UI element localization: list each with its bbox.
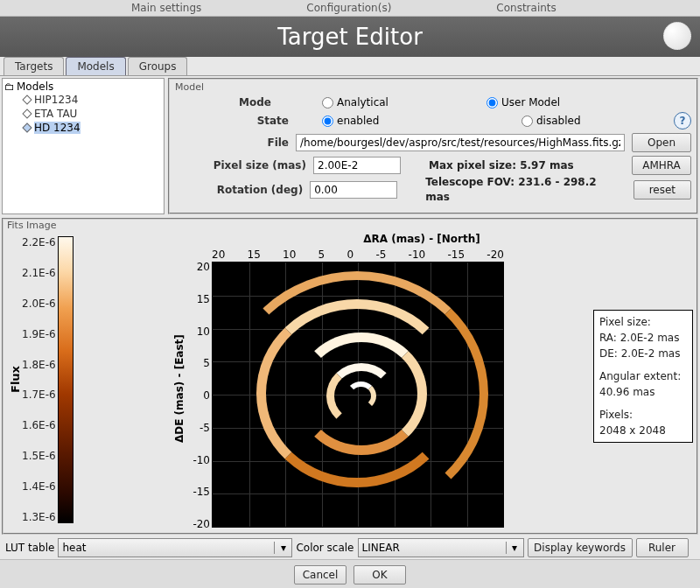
colorbar: Flux 2.2E-62.1E-62.0E-61.9E-61.8E-61.7E-… bbox=[4, 231, 80, 528]
scale-combo[interactable]: ▾ bbox=[358, 538, 524, 557]
amhra-button[interactable]: AMHRA bbox=[632, 156, 691, 175]
tree-item-hd1234[interactable]: HD 1234 bbox=[4, 121, 162, 135]
help-icon[interactable]: ? bbox=[674, 112, 691, 130]
file-field[interactable] bbox=[296, 134, 625, 151]
tab-bar: Targets Models Groups bbox=[0, 57, 700, 76]
reset-button[interactable]: reset bbox=[634, 180, 691, 200]
nav-config[interactable]: Configuration(s) bbox=[306, 2, 391, 14]
bottom-bar: LUT table ▾ Color scale ▾ Display keywor… bbox=[0, 536, 700, 559]
pixel-label: Pixel size (mas) bbox=[175, 159, 306, 172]
radio-analytical[interactable]: Analytical bbox=[322, 96, 480, 108]
state-label: State bbox=[175, 115, 289, 127]
nav-main[interactable]: Main settings bbox=[131, 2, 201, 14]
y-ticks: 20151050-5-10-15-20 bbox=[189, 261, 210, 530]
open-button[interactable]: Open bbox=[632, 133, 691, 152]
folder-icon: 🗀 bbox=[4, 80, 15, 93]
colorbar-ticks: 2.2E-62.1E-62.0E-61.9E-61.8E-61.7E-61.6E… bbox=[22, 236, 58, 523]
tab-models[interactable]: Models bbox=[66, 57, 125, 75]
model-tree[interactable]: 🗀Models HIP1234 ETA TAU HD 1234 bbox=[2, 78, 164, 214]
diamond-icon bbox=[22, 122, 32, 132]
logo-orb bbox=[663, 22, 691, 50]
image-info-box: Pixel size:RA: 2.0E-2 masDE: 2.0E-2 mas … bbox=[593, 310, 693, 443]
radio-disabled[interactable]: disabled bbox=[522, 115, 626, 127]
x-axis-title: ΔRA (mas) - [North] bbox=[290, 233, 553, 245]
x-ticks: 20151050-5-10-15-20 bbox=[212, 248, 504, 261]
mode-label: Mode bbox=[175, 96, 271, 108]
fits-image[interactable] bbox=[212, 262, 504, 528]
model-panel: Model Mode Analytical User Model State e… bbox=[168, 78, 698, 214]
rotation-label: Rotation (deg) bbox=[175, 184, 303, 196]
model-section-label: Model bbox=[175, 81, 691, 93]
tab-targets[interactable]: Targets bbox=[4, 57, 64, 75]
rotation-field[interactable] bbox=[310, 181, 397, 199]
ruler-button[interactable]: Ruler bbox=[636, 538, 689, 557]
colorbar-gradient bbox=[58, 236, 74, 523]
lut-field[interactable] bbox=[59, 539, 274, 556]
tab-groups[interactable]: Groups bbox=[128, 57, 188, 75]
file-label: File bbox=[175, 136, 289, 149]
page-title: Target Editor bbox=[277, 24, 423, 50]
tree-root[interactable]: 🗀Models bbox=[4, 80, 162, 93]
flux-axis-label: Flux bbox=[7, 236, 22, 523]
chevron-down-icon[interactable]: ▾ bbox=[274, 542, 291, 554]
telescope-label: Telescope FOV: 231.6 - 298.2 mas bbox=[425, 175, 620, 205]
tree-item-etatau[interactable]: ETA TAU bbox=[4, 107, 162, 121]
scale-field[interactable] bbox=[359, 539, 506, 556]
display-keywords-button[interactable]: Display keywords bbox=[528, 538, 633, 557]
scale-label: Color scale bbox=[296, 542, 354, 554]
lut-label: LUT table bbox=[5, 542, 54, 554]
top-nav: Main settings Configuration(s) Constrain… bbox=[0, 0, 700, 17]
nav-constraints[interactable]: Constraints bbox=[496, 2, 556, 14]
dialog-footer: Cancel OK bbox=[0, 559, 700, 588]
diamond-icon bbox=[22, 108, 32, 118]
diamond-icon bbox=[22, 94, 32, 104]
fits-section-label: Fits Image bbox=[4, 220, 696, 231]
fits-panel: Fits Image Flux 2.2E-62.1E-62.0E-61.9E-6… bbox=[2, 218, 698, 535]
lut-combo[interactable]: ▾ bbox=[58, 538, 292, 557]
y-axis-title: ΔDE (mas) - [East] bbox=[173, 318, 186, 458]
maxpixel-label: Max pixel size: 5.97 mas bbox=[429, 158, 574, 173]
tree-item-hip1234[interactable]: HIP1234 bbox=[4, 93, 162, 107]
ok-button[interactable]: OK bbox=[354, 565, 406, 584]
chevron-down-icon[interactable]: ▾ bbox=[506, 542, 523, 554]
pixel-field[interactable] bbox=[313, 157, 401, 174]
cancel-button[interactable]: Cancel bbox=[294, 565, 346, 584]
radio-usermodel[interactable]: User Model bbox=[486, 96, 560, 108]
title-bar: Target Editor bbox=[0, 17, 700, 57]
radio-enabled[interactable]: enabled bbox=[322, 115, 514, 127]
